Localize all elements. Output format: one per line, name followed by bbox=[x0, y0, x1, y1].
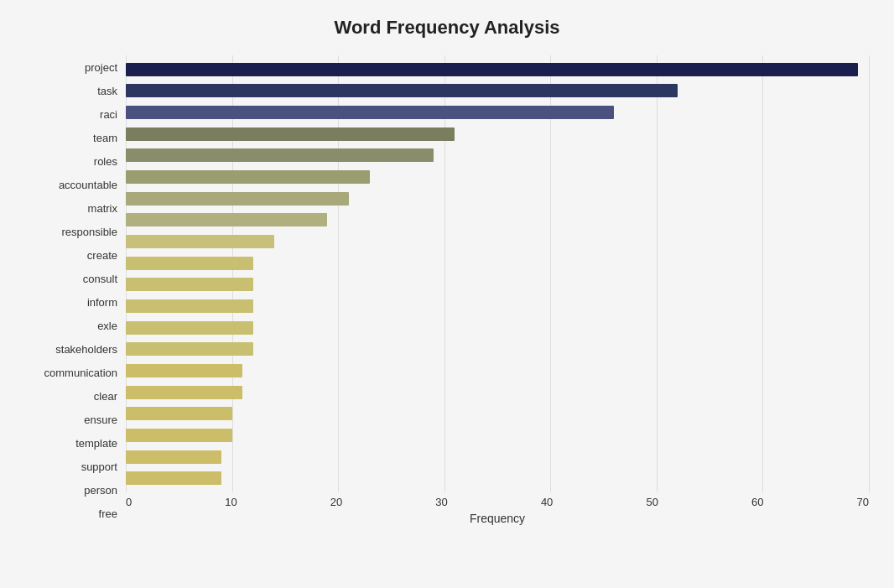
y-label: ensure bbox=[84, 414, 117, 425]
y-label: matrix bbox=[88, 203, 117, 214]
bar bbox=[126, 84, 678, 97]
bar-row bbox=[126, 360, 869, 382]
bar bbox=[126, 471, 221, 485]
y-label: clear bbox=[94, 391, 117, 402]
y-label: project bbox=[85, 62, 117, 73]
bar bbox=[126, 257, 253, 270]
bar bbox=[126, 450, 221, 464]
x-tick-label: 40 bbox=[541, 496, 553, 508]
bar-row bbox=[126, 403, 869, 425]
y-label: accountable bbox=[59, 180, 117, 190]
bar-row bbox=[126, 101, 869, 123]
bars-wrapper bbox=[126, 55, 869, 492]
y-label: person bbox=[84, 485, 117, 496]
bar bbox=[126, 213, 327, 226]
bar-row bbox=[126, 59, 869, 81]
x-tick-label: 10 bbox=[225, 496, 236, 508]
bar-row bbox=[126, 424, 869, 446]
y-label: consult bbox=[83, 273, 117, 284]
x-axis-title: Frequency bbox=[126, 512, 869, 525]
bar-row bbox=[126, 274, 869, 296]
y-label: stakeholders bbox=[55, 344, 117, 355]
bar bbox=[126, 278, 253, 291]
y-label: template bbox=[75, 438, 117, 449]
bar-row bbox=[126, 145, 869, 167]
bar bbox=[126, 170, 370, 184]
y-label: communication bbox=[44, 367, 117, 378]
y-label: roles bbox=[94, 156, 117, 167]
bar-row bbox=[126, 81, 869, 102]
bar bbox=[126, 63, 858, 76]
bar-row bbox=[126, 210, 869, 232]
x-tick-label: 20 bbox=[330, 496, 342, 508]
bar-row bbox=[126, 123, 869, 145]
bar bbox=[126, 106, 614, 119]
x-tick-label: 60 bbox=[751, 496, 763, 508]
bar bbox=[126, 407, 232, 420]
bar bbox=[126, 148, 434, 162]
y-label: exle bbox=[97, 320, 117, 331]
x-tick-label: 70 bbox=[856, 496, 868, 508]
bar-row bbox=[126, 252, 869, 274]
bar-row bbox=[126, 339, 869, 361]
bar-row bbox=[126, 467, 869, 489]
y-label: create bbox=[87, 250, 117, 261]
bar bbox=[126, 386, 242, 399]
y-label: team bbox=[93, 133, 117, 143]
bar bbox=[126, 192, 349, 206]
bar-row bbox=[126, 446, 869, 468]
bar bbox=[126, 127, 455, 141]
bar-row bbox=[126, 295, 869, 317]
x-tick-label: 50 bbox=[646, 496, 658, 508]
y-label: task bbox=[97, 86, 117, 96]
y-labels: projecttaskraciteamrolesaccountablematri… bbox=[25, 55, 126, 526]
x-tick-labels: 010203040506070 bbox=[126, 492, 869, 508]
y-label: free bbox=[99, 508, 117, 519]
chart-area: projecttaskraciteamrolesaccountablematri… bbox=[25, 55, 869, 526]
grid-line bbox=[869, 55, 870, 492]
y-label: support bbox=[81, 461, 117, 472]
bar bbox=[126, 364, 242, 377]
bar-row bbox=[126, 166, 869, 188]
y-label: inform bbox=[87, 297, 117, 308]
bar bbox=[126, 429, 232, 442]
chart-title: Word Frequency Analysis bbox=[25, 17, 869, 39]
grid-and-bars bbox=[126, 55, 869, 492]
x-tick-label: 0 bbox=[126, 496, 132, 508]
bar-row bbox=[126, 382, 869, 403]
bars-and-grid: 010203040506070 Frequency bbox=[126, 55, 869, 526]
x-tick-label: 30 bbox=[435, 496, 447, 508]
bar-row bbox=[126, 231, 869, 252]
bar bbox=[126, 299, 253, 313]
bar-row bbox=[126, 317, 869, 339]
chart-container: Word Frequency Analysis projecttaskracit… bbox=[0, 0, 894, 588]
x-axis: 010203040506070 Frequency bbox=[126, 492, 869, 526]
bar bbox=[126, 342, 253, 356]
y-label: raci bbox=[100, 109, 117, 120]
bar-row bbox=[126, 188, 869, 210]
bar bbox=[126, 235, 274, 248]
bar bbox=[126, 321, 253, 335]
y-label: responsible bbox=[62, 226, 118, 237]
